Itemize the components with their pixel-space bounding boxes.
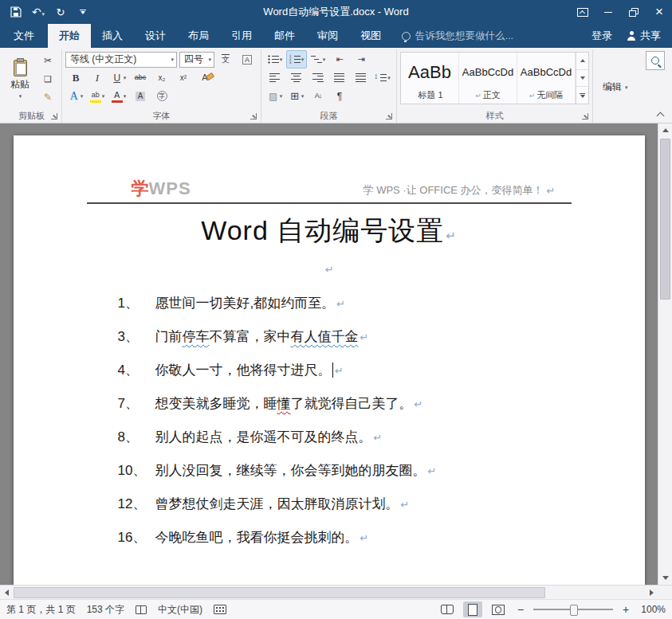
vertical-scroll-track[interactable]	[658, 137, 672, 571]
borders-icon[interactable]	[286, 87, 307, 105]
zoom-slider[interactable]	[533, 609, 613, 610]
align-right-icon[interactable]	[308, 69, 328, 87]
ribbon-tab[interactable]: 设计	[134, 24, 177, 48]
zoom-slider-thumb[interactable]	[570, 605, 578, 616]
style-item[interactable]: AaBbCcDd ↵无间隔	[517, 53, 576, 104]
list-item[interactable]: 4、你敬人一寸，他将得寸进尺。↵	[118, 353, 572, 386]
format-painter-icon[interactable]	[37, 88, 58, 106]
ribbon-tab[interactable]: 审阅	[306, 24, 349, 48]
underline-icon[interactable]	[108, 69, 129, 87]
share-button[interactable]: 共享	[627, 29, 661, 43]
show-marks-icon[interactable]	[329, 87, 350, 105]
align-left-icon[interactable]	[265, 69, 285, 87]
enclose-char-icon[interactable]	[151, 87, 172, 105]
style-item[interactable]: AaBbCcDd ↵正文	[459, 53, 517, 104]
ribbon-tab[interactable]: 视图	[349, 24, 392, 48]
font-color-icon[interactable]	[108, 87, 129, 105]
zoom-out-button[interactable]	[514, 603, 527, 616]
copy-icon[interactable]	[37, 70, 58, 88]
list-item[interactable]: 12、曾梦想仗剑走天涯，因太胖取消原计划。↵	[118, 487, 572, 520]
style-scroll-down-button[interactable]	[576, 70, 588, 88]
ribbon-display-options-button[interactable]	[570, 0, 595, 24]
editing-menu-button[interactable]: 编辑	[603, 80, 628, 94]
highlight-icon[interactable]	[87, 87, 108, 105]
style-item[interactable]: AaBb 标题 1	[401, 53, 459, 104]
close-button[interactable]	[646, 0, 672, 24]
dialog-launcher-icon[interactable]	[386, 113, 392, 119]
strikethrough-icon[interactable]	[130, 69, 151, 87]
text-effects-icon[interactable]	[65, 87, 86, 105]
line-spacing-icon[interactable]	[372, 69, 393, 87]
list-item[interactable]: 7、想变美就多睡觉，睡懂了就觉得自己美了。↵	[118, 386, 572, 420]
document-canvas[interactable]: 学WPS 学 WPS ·让 OFFICE 办公，变得简单！↵ Word 自动编号…	[0, 123, 658, 585]
save-button[interactable]	[5, 2, 27, 22]
vertical-scrollbar[interactable]	[658, 123, 672, 585]
ribbon-tab[interactable]: 插入	[91, 24, 134, 48]
zoom-in-button[interactable]	[619, 603, 632, 616]
dialog-launcher-icon[interactable]	[51, 113, 57, 119]
list-text[interactable]: 别人的起点，是你遥不可及的终点。↵	[155, 428, 383, 446]
list-item[interactable]: 10、别人没回复，继续等，你会等到她的朋友圈。↵	[118, 453, 572, 487]
ribbon-tab[interactable]: 引用	[220, 24, 263, 48]
font-name-select[interactable]: 等线 (中文正文)	[65, 52, 177, 68]
ribbon-tab[interactable]: 布局	[177, 24, 220, 48]
scroll-down-button[interactable]	[658, 571, 672, 585]
paste-button[interactable]: 粘贴	[5, 50, 35, 109]
increase-indent-icon[interactable]	[351, 50, 371, 69]
horizontal-scrollbar[interactable]	[0, 585, 672, 599]
dialog-launcher-icon[interactable]	[582, 113, 588, 119]
list-text[interactable]: 曾梦想仗剑走天涯，因太胖取消原计划。↵	[155, 495, 410, 513]
proofing-button[interactable]	[136, 605, 147, 614]
numbering-icon[interactable]	[286, 50, 307, 69]
customize-quick-access-button[interactable]	[72, 2, 94, 22]
language-indicator[interactable]: 中文(中国)	[158, 603, 202, 617]
list-item[interactable]: 1、愿世间一切美好,都如约而至。↵	[118, 286, 572, 319]
sign-in-button[interactable]: 登录	[591, 29, 612, 43]
zoom-percentage[interactable]: 100%	[639, 604, 666, 615]
input-mode-button[interactable]	[214, 605, 226, 614]
bullets-icon[interactable]	[265, 50, 285, 69]
document-page[interactable]: 学WPS 学 WPS ·让 OFFICE 办公，变得简单！↵ Word 自动编号…	[14, 135, 645, 585]
tab-file[interactable]: 文件	[0, 24, 48, 48]
print-layout-button[interactable]	[463, 601, 482, 617]
align-center-icon[interactable]	[286, 69, 307, 87]
word-count[interactable]: 153 个字	[87, 603, 124, 617]
list-text[interactable]: 想变美就多睡觉，睡懂了就觉得自己美了。↵	[155, 394, 423, 413]
shading-icon[interactable]	[265, 87, 285, 105]
phonetic-guide-icon[interactable]	[215, 50, 236, 69]
read-mode-button[interactable]	[438, 601, 457, 617]
redo-button[interactable]	[49, 2, 72, 22]
cut-icon[interactable]	[37, 52, 58, 69]
web-layout-button[interactable]	[489, 601, 508, 617]
list-text[interactable]: 别人没回复，继续等，你会等到她的朋友圈。↵	[155, 461, 437, 480]
bold-icon[interactable]	[65, 69, 86, 87]
document-title[interactable]: Word 自动编号设置↵	[87, 214, 572, 253]
restore-button[interactable]	[621, 0, 646, 24]
list-item[interactable]: 16、今晚吃鱼吧，我看你挺会挑刺的。↵	[118, 520, 572, 554]
font-size-select[interactable]: 四号	[179, 52, 214, 68]
horizontal-scroll-thumb[interactable]	[14, 587, 545, 598]
vertical-scroll-thumb[interactable]	[660, 139, 670, 300]
sort-icon[interactable]	[308, 87, 328, 105]
list-text[interactable]: 愿世间一切美好,都如约而至。↵	[155, 294, 346, 312]
clear-format-icon[interactable]	[195, 69, 215, 87]
subscript-icon[interactable]	[151, 69, 172, 87]
list-text[interactable]: 今晚吃鱼吧，我看你挺会挑刺的。↵	[155, 528, 369, 547]
dialog-launcher-icon[interactable]	[250, 113, 257, 119]
distribute-icon[interactable]	[351, 69, 371, 87]
justify-icon[interactable]	[329, 69, 350, 87]
multilevel-list-icon[interactable]	[308, 50, 328, 69]
list-text[interactable]: 你敬人一寸，他将得寸进尺。↵	[155, 361, 344, 379]
style-gallery-more-button[interactable]	[576, 87, 588, 104]
list-item[interactable]: 8、别人的起点，是你遥不可及的终点。↵	[118, 420, 572, 453]
ribbon-tab[interactable]: 邮件	[263, 24, 306, 48]
undo-button[interactable]	[27, 2, 49, 22]
italic-icon[interactable]	[87, 69, 108, 87]
search-button[interactable]	[646, 51, 665, 70]
scroll-up-button[interactable]	[658, 123, 672, 137]
collapse-ribbon-button[interactable]	[654, 109, 666, 120]
list-item[interactable]: 3、门前停车不算富，家中有人值千金↵	[118, 319, 572, 353]
horizontal-scroll-track[interactable]	[14, 586, 645, 599]
style-scroll-up-button[interactable]	[576, 53, 588, 70]
ribbon-tab[interactable]: 开始	[48, 24, 91, 48]
